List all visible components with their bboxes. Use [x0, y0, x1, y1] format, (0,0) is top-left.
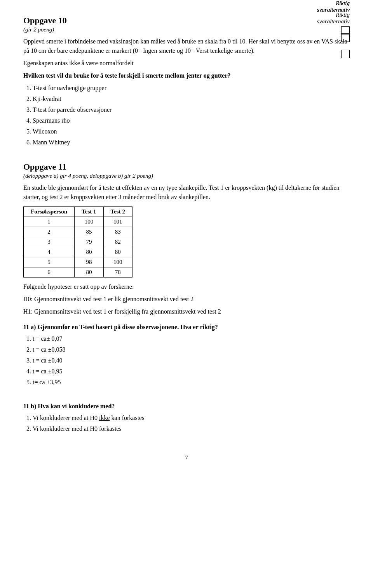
table-cell: 80: [75, 267, 103, 278]
oppgave11-block: Oppgave 11 (deloppgave a) gir 4 poeng, d…: [23, 162, 350, 439]
table-header-forsoksperson: Forsøksperson: [24, 207, 75, 217]
table-header-test1: Test 1: [75, 207, 103, 217]
oppgave11-h0: H0: Gjennomsnittsvekt ved test 1 er lik …: [23, 295, 350, 304]
oppgave11b-answer-1: Vi konkluderer med at H0 ikke kan forkas…: [33, 413, 144, 423]
oppgave11-table: Forsøksperson Test 1 Test 2 110010128583…: [23, 206, 132, 278]
table-cell: 4: [24, 247, 75, 257]
oppgave11-subtitle: (deloppgave a) gir 4 poeng, deloppgave b…: [23, 173, 350, 179]
table-row: 48080: [24, 247, 132, 257]
oppgave10-subtitle: (gir 2 poeng): [23, 26, 350, 33]
table-cell: 3: [24, 237, 75, 247]
oppgave11b-riktig-box: Riktig svaralternativ: [317, 0, 350, 36]
underline-ikke: ikke: [99, 415, 110, 421]
table-cell: 100: [103, 257, 132, 267]
oppgave11-intro1: En studie ble gjennomført for å teste ut…: [23, 183, 350, 202]
table-cell: 6: [24, 267, 75, 278]
table-row: 598100: [24, 257, 132, 267]
table-cell: 98: [75, 257, 103, 267]
oppgave11a-block: 11 a) Gjennomfør en T-test basert på dis…: [23, 323, 350, 392]
table-cell: 83: [103, 227, 132, 237]
oppgave11b-block: 11 b) Hva kan vi konkludere med? Vi konk…: [23, 402, 350, 439]
table-row: 68078: [24, 267, 132, 278]
oppgave10-question: Hvilken test vil du bruke for å teste fo…: [23, 71, 350, 80]
oppgave10-intro1: Opplevd smerte i forbindelse med vaksina…: [23, 37, 350, 56]
oppgave10-answer-4: Spearmans rho: [33, 116, 112, 125]
table-row: 28583: [24, 227, 132, 237]
table-cell: 101: [103, 217, 132, 227]
table-cell: 2: [24, 227, 75, 237]
oppgave10-title: Oppgave 10: [23, 16, 350, 26]
oppgave10-checkbox[interactable]: [341, 50, 350, 58]
oppgave11-h1: H1: Gjennomsnittsvekt ved test 1 er fors…: [23, 307, 350, 316]
table-cell: 85: [75, 227, 103, 237]
table-cell: 1: [24, 217, 75, 227]
table-cell: 79: [75, 237, 103, 247]
oppgave10-answer-1: T-test for uavhengige grupper: [33, 83, 112, 93]
oppgave11a-answers: t = ca± 0,07 t = ca ±0,058 t = ca ±0,40 …: [33, 334, 65, 389]
table-cell: 5: [24, 257, 75, 267]
oppgave10-answer-5: Wilcoxon: [33, 127, 112, 136]
table-row: 37982: [24, 237, 132, 247]
page-number: 7: [23, 454, 350, 461]
oppgave10-block: Oppgave 10 (gir 2 poeng) Opplevd smerte …: [23, 16, 350, 153]
oppgave11b-checkbox[interactable]: [341, 26, 350, 35]
oppgave11a-answer-2: t = ca ±0,058: [33, 345, 65, 354]
oppgave11b-answer-2: Vi konkluderer med at H0 forkastes: [33, 424, 144, 434]
table-cell: 82: [103, 237, 132, 247]
oppgave11-title: Oppgave 11: [23, 162, 350, 172]
table-row: 1100101: [24, 217, 132, 227]
oppgave11b-label: 11 b) Hva kan vi konkludere med?: [23, 402, 350, 411]
table-header-test2: Test 2: [103, 207, 132, 217]
oppgave10-intro2: Egenskapen antas ikke å være normalforde…: [23, 59, 350, 68]
oppgave10-answers: T-test for uavhengige grupper Kji-kvadra…: [33, 83, 112, 149]
oppgave11-following-text: Følgende hypoteser er satt opp av forske…: [23, 282, 350, 291]
oppgave10-answer-3: T-test for parrede observasjoner: [33, 105, 112, 114]
oppgave11a-answer-3: t = ca ±0,40: [33, 356, 65, 365]
oppgave11a-answer-4: t = ca ±0,95: [33, 367, 65, 376]
oppgave11a-label: 11 a) Gjennomfør en T-test basert på dis…: [23, 323, 350, 332]
oppgave11b-svaralternativ-label: svaralternativ: [317, 7, 350, 13]
table-cell: 80: [103, 247, 132, 257]
table-cell: 100: [75, 217, 103, 227]
oppgave11b-riktig-label: Riktig: [317, 0, 350, 7]
table-cell: 80: [75, 247, 103, 257]
table-cell: 78: [103, 267, 132, 278]
oppgave10-answer-6: Mann Whitney: [33, 138, 112, 147]
oppgave10-answer-2: Kji-kvadrat: [33, 94, 112, 104]
oppgave11a-answer-1: t = ca± 0,07: [33, 334, 65, 343]
oppgave11b-answers: Vi konkluderer med at H0 ikke kan forkas…: [33, 413, 144, 435]
oppgave11a-answer-5: t= ca ±3,95: [33, 378, 65, 387]
